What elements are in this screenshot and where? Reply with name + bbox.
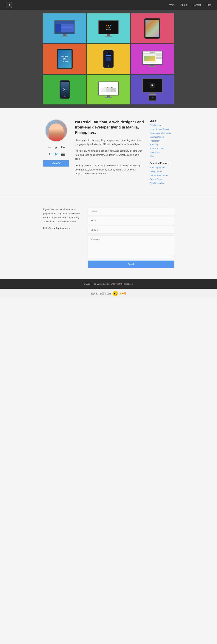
monitor-base-6 <box>149 66 156 67</box>
screen-content-stash: Stash <box>104 51 113 67</box>
tumblr-icon[interactable]: t <box>47 151 52 157</box>
feature-branding-served[interactable]: Branding Served <box>150 166 174 170</box>
footer-copyright: © 2013 Redel Bautista. Made with <box>84 283 115 285</box>
about-heading: I'm Redel Bautista, a web designer and f… <box>75 119 144 135</box>
feature-web-design-bro[interactable]: Web Design Bro <box>150 181 174 185</box>
monitor-stand-6 <box>150 65 154 66</box>
footer-location: in the Philippines. <box>117 283 133 285</box>
feature-exist[interactable]: Exist to Create <box>150 177 174 181</box>
watermark-site[interactable]: 黄蜂网 <box>119 292 126 295</box>
about-section: in ◉ Bé t 🐦 📷 View CV I'm Redel Bautista… <box>0 108 217 196</box>
phone-screen-5: Stash <box>104 51 113 67</box>
avatar <box>45 119 67 142</box>
monitor-stand-2 <box>107 34 110 36</box>
contact-section: If you'd like to work with me on a proje… <box>0 196 217 279</box>
social-icons: in ◉ Bé t 🐦 📷 <box>47 144 66 157</box>
email-input[interactable] <box>88 217 174 224</box>
monitor-base-8 <box>105 97 112 98</box>
portfolio-section: Art Museum ONE <box>0 10 217 108</box>
nav-about[interactable]: About <box>181 4 187 6</box>
monitor-base-2 <box>105 36 112 36</box>
skill-seo[interactable]: SEO <box>150 154 174 158</box>
screen-content-social <box>55 21 74 34</box>
skill-branding[interactable]: Branding <box>150 143 174 146</box>
about-left-panel: in ◉ Bé t 🐦 📷 View CV <box>43 119 69 185</box>
portfolio-cell-3[interactable] <box>131 14 174 43</box>
monitor-stand-8 <box>107 96 110 97</box>
monitor-screen-6: FASHION <box>142 51 163 65</box>
screen-content-minimalist: ▬▬▬▬▬ MINIMALIST <box>99 82 118 95</box>
features-list: Branding Served Design Pinoy Official Su… <box>150 166 174 185</box>
about-right-panel: Skills Web Design User Interface Design … <box>150 119 174 185</box>
name-input[interactable] <box>88 208 174 215</box>
avatar-person <box>49 124 64 141</box>
features-title: Selected Features <box>150 162 174 164</box>
nav-work[interactable]: Work <box>169 4 175 6</box>
site-logo[interactable]: R <box>6 2 12 8</box>
main-nav: Work About Contact Blog <box>169 4 211 6</box>
behance-icon[interactable]: Bé <box>60 144 66 150</box>
screen-content-art: Art Museum <box>99 21 118 34</box>
phone-button-5 <box>108 65 109 67</box>
portfolio-cell-7[interactable] <box>43 74 86 104</box>
site-header: R Work About Contact Blog <box>0 0 217 10</box>
portfolio-cell-4[interactable]: ONE WAY OR ANOTHER <box>43 44 86 74</box>
monitor-screen-1 <box>54 20 75 34</box>
portfolio-cell-1[interactable] <box>43 14 86 43</box>
skill-wordpress[interactable]: WordPress <box>150 150 174 154</box>
monitor-base-9 <box>149 94 156 95</box>
skills-list: Web Design User Interface Design Respons… <box>150 123 174 158</box>
dribbble-icon[interactable]: ◉ <box>53 144 59 150</box>
monitor-base-1 <box>61 36 68 36</box>
about-bio-2: I'm currently working as a designer for … <box>75 149 144 161</box>
skill-typography[interactable]: Typography <box>150 139 174 143</box>
about-inner: in ◉ Bé t 🐦 📷 View CV I'm Redel Bautista… <box>43 119 174 185</box>
tablet-screen-3 <box>145 20 159 37</box>
feature-design-pinoy[interactable]: Design Pinoy <box>150 170 174 174</box>
screen-content-fashion: FASHION <box>143 52 162 64</box>
monitor-screen-8: ▬▬▬▬▬ MINIMALIST <box>98 82 119 96</box>
watermark-bee-icon: 🐝 <box>113 291 118 296</box>
monitor-stand-9 <box>150 92 154 94</box>
monitor-screen-2: Art Museum <box>98 20 119 34</box>
tablet-screen-4: ONE WAY OR ANOTHER <box>58 50 72 68</box>
subject-input[interactable] <box>88 226 174 234</box>
portfolio-cell-5[interactable]: Stash <box>87 44 130 74</box>
watermark-text: 更多设计资源请点击 <box>91 292 111 295</box>
portfolio-cell-2[interactable]: Art Museum <box>87 14 130 43</box>
skill-html5[interactable]: HTML5 & CSS3 <box>150 146 174 150</box>
portfolio-cell-6[interactable]: FASHION <box>131 44 174 74</box>
contact-form: Send <box>88 208 174 268</box>
skill-responsive[interactable]: Responsive Web Design <box>150 131 174 135</box>
phone-device-7 <box>60 80 70 99</box>
monitor-device-9: R <box>142 78 163 95</box>
monitor-stand-1 <box>63 34 67 36</box>
monitor-device-2: Art Museum <box>98 20 119 36</box>
nav-contact[interactable]: Contact <box>192 4 201 6</box>
feature-official-suits[interactable]: Official Suits Tumblr <box>150 174 174 177</box>
site-footer: © 2013 Redel Bautista. Made with ♥ in th… <box>0 279 217 289</box>
nav-blog[interactable]: Blog <box>206 4 211 6</box>
message-textarea[interactable] <box>88 236 174 258</box>
twitter-icon[interactable]: 🐦 <box>53 151 59 157</box>
linkedin-icon[interactable]: in <box>47 144 52 150</box>
about-bio-3: In my spare time, I enjoy doing photo sh… <box>75 164 144 176</box>
screen-content-oneway: ONE WAY OR ANOTHER <box>58 50 72 68</box>
monitor-device-8: ▬▬▬▬▬ MINIMALIST <box>98 82 119 98</box>
monitor-device-6: FASHION <box>142 51 163 67</box>
contact-email[interactable]: hello@redelbautista.com <box>43 227 81 230</box>
footer-heart: ♥ <box>115 283 117 285</box>
skills-title: Skills <box>150 119 174 122</box>
portfolio-cell-9[interactable]: R R <box>131 74 174 104</box>
send-button[interactable]: Send <box>88 260 174 268</box>
phone-screen-7 <box>61 82 69 98</box>
skill-web-design[interactable]: Web Design <box>150 123 174 127</box>
about-bio-1: I have a passion for everything design —… <box>75 138 144 146</box>
skill-ui-design[interactable]: User Interface Design <box>150 127 174 131</box>
skill-graphic[interactable]: Graphic Design <box>150 135 174 139</box>
view-cv-button[interactable]: View CV <box>43 160 69 166</box>
instagram-icon[interactable]: 📷 <box>60 151 66 157</box>
portfolio-cell-8[interactable]: ▬▬▬▬▬ MINIMALIST <box>87 74 130 104</box>
contact-left-panel: If you'd like to work with me on a proje… <box>43 208 81 268</box>
contact-inner: If you'd like to work with me on a proje… <box>43 208 174 268</box>
